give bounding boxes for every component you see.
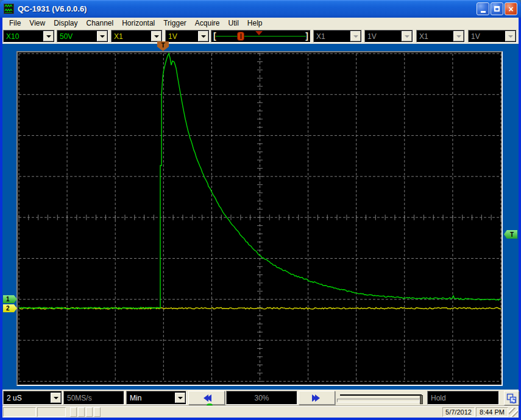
menu-horizontal[interactable]: Horizontal (118, 18, 159, 28)
aux2-probe-combo[interactable]: X1 (416, 30, 465, 43)
chevron-down-icon[interactable] (43, 31, 54, 41)
ch1-probe-combo[interactable]: X10 (3, 30, 55, 43)
trigger-position-slider[interactable]: [ ] (211, 30, 311, 43)
toolbar: X10 50V X1 1V [ ] X1 1V (2, 29, 519, 44)
status-indicator-2 (78, 407, 85, 417)
ch2-position-marker[interactable]: 2 (3, 304, 17, 312)
status-panel-2 (37, 407, 66, 417)
scroll-right-button[interactable] (299, 391, 335, 405)
aux2-volts-combo[interactable]: 1V (468, 30, 517, 43)
window-title: QC-1931 (V6.0.0.6) (18, 4, 87, 13)
window-bottom-border (0, 418, 521, 420)
position-display: 30% (226, 391, 297, 405)
ch2-probe-combo[interactable]: X1 (111, 30, 163, 43)
scope-frame: T 1 2 T (2, 44, 519, 390)
chevron-down-icon (453, 31, 464, 41)
menu-view[interactable]: View (25, 18, 49, 28)
timebase-value: 2 uS (4, 394, 22, 402)
date-value: 5/7/2012 (445, 408, 472, 416)
menu-help[interactable]: Help (243, 18, 267, 28)
time-value: 8:44 PM (480, 408, 505, 416)
menu-bar: File View Display Channel Horizontal Tri… (2, 18, 519, 29)
double-right-arrow-icon (314, 394, 320, 402)
chevron-down-icon[interactable] (51, 393, 61, 403)
samplerate-value: 50MS/s (64, 394, 92, 402)
chevron-down-icon[interactable] (151, 31, 161, 41)
slider-channel[interactable] (337, 399, 420, 402)
timebase-combo[interactable]: 2 uS (3, 391, 62, 405)
menu-file[interactable]: File (5, 18, 25, 28)
status-indicator-4 (94, 407, 101, 417)
hold-value: Hold (428, 394, 446, 402)
bottom-control-bar: 2 uS 50MS/s Min 30% Hold (2, 390, 519, 405)
status-panel-1 (3, 407, 36, 417)
slider-right-bracket: ] (305, 31, 308, 41)
trigger-position-marker[interactable]: T (157, 41, 169, 51)
aux1-volts-combo[interactable]: 1V (364, 30, 413, 43)
status-date: 5/7/2012 (442, 407, 475, 417)
aux2-probe-value: X1 (417, 32, 453, 41)
menu-trigger[interactable]: Trigger (159, 18, 191, 28)
refresh-display-button[interactable] (504, 391, 519, 405)
trigger-slider-thumb[interactable] (237, 32, 244, 41)
slider-line (340, 394, 422, 396)
aux1-volts-value: 1V (365, 32, 402, 41)
chevron-down-icon[interactable] (97, 31, 107, 41)
scope-graticule-and-traces (18, 52, 502, 385)
ch1-position-marker[interactable]: 1 (3, 295, 17, 303)
double-left-arrow-icon (204, 394, 210, 402)
trigger-position-label: T (161, 42, 165, 49)
trigger-level-marker[interactable]: T (504, 230, 517, 239)
acquire-mode-combo[interactable]: Min (126, 391, 186, 405)
scroll-left-button[interactable] (188, 391, 225, 405)
minimize-button[interactable] (477, 2, 489, 15)
scope-display (16, 51, 503, 386)
slider-track (216, 36, 306, 37)
refresh-display-icon (506, 393, 517, 404)
close-icon: × (508, 5, 513, 13)
maximize-icon (494, 6, 500, 12)
ch2-volts-combo[interactable]: 1V (165, 30, 210, 43)
ch1-trace (19, 54, 501, 309)
app-icon (4, 4, 14, 14)
close-button[interactable]: × (505, 2, 517, 15)
aux1-probe-combo[interactable]: X1 (313, 30, 362, 43)
aux2-volts-value: 1V (469, 32, 505, 41)
slider-center-marker-icon (255, 31, 263, 35)
ch2-marker-label: 2 (6, 305, 10, 312)
trigger-level-label: T (510, 231, 514, 238)
ch1-marker-label: 1 (6, 296, 10, 303)
position-value: 30% (254, 394, 269, 402)
app-window: QC-1931 (V6.0.0.6) × File View Display C… (0, 0, 521, 420)
hold-display: Hold (427, 391, 499, 405)
ch1-probe-value: X10 (4, 32, 43, 41)
menu-channel[interactable]: Channel (82, 18, 118, 28)
resize-grip[interactable] (509, 408, 518, 417)
menu-util[interactable]: Util (224, 18, 243, 28)
chevron-down-icon (505, 31, 516, 41)
chevron-down-icon (350, 31, 361, 41)
ch1-volts-combo[interactable]: 50V (57, 30, 108, 43)
status-bar: 5/7/2012 8:44 PM (2, 405, 519, 418)
status-indicator-3 (86, 407, 93, 417)
slider-left-bracket: [ (213, 31, 216, 41)
samplerate-display: 50MS/s (63, 391, 124, 405)
minimize-icon (481, 11, 486, 13)
slider-thumb[interactable] (420, 395, 423, 404)
maximize-button[interactable] (491, 2, 503, 15)
chevron-down-icon[interactable] (175, 393, 185, 403)
chevron-down-icon (402, 31, 412, 41)
chevron-down-icon[interactable] (198, 31, 208, 41)
menu-display[interactable]: Display (49, 18, 82, 28)
status-time: 8:44 PM (476, 407, 508, 417)
ch2-volts-value: 1V (166, 32, 198, 41)
menu-acquire[interactable]: Acquire (191, 18, 224, 28)
acquire-mode-value: Min (127, 394, 141, 402)
title-bar[interactable]: QC-1931 (V6.0.0.6) × (0, 0, 521, 18)
ch2-probe-value: X1 (112, 32, 151, 41)
status-indicator-1 (70, 407, 77, 417)
aux1-probe-value: X1 (314, 32, 350, 41)
ch1-volts-value: 50V (57, 32, 97, 41)
